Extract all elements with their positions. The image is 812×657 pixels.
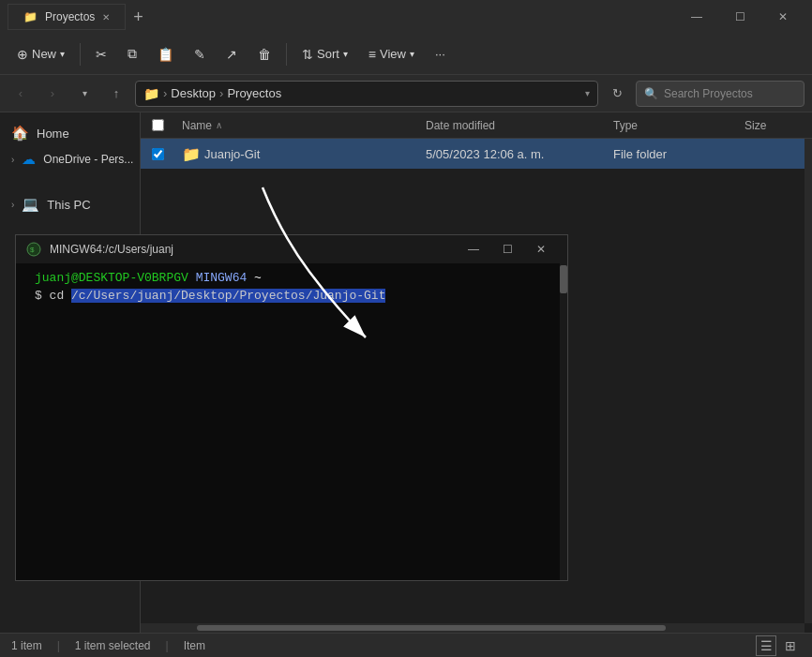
- grid-view-button[interactable]: ⊞: [780, 635, 801, 656]
- tab-title: Proyectos: [45, 10, 95, 23]
- terminal-controls: — ☐ ✕: [457, 236, 558, 262]
- terminal-cd-cmd: cd: [50, 289, 71, 303]
- terminal-dollar: $: [35, 289, 50, 303]
- separator-2: [286, 43, 287, 66]
- row-date-cell: 5/05/2023 12:06 a. m.: [418, 147, 606, 161]
- sidebar-label-home: Home: [37, 127, 69, 141]
- col-date-header[interactable]: Date modified: [418, 119, 606, 132]
- row-name: Juanjo-Git: [204, 147, 260, 161]
- search-placeholder: Search Proyectos: [664, 87, 753, 100]
- address-dropdown-icon[interactable]: ▾: [585, 88, 590, 98]
- terminal-prompt-line: juanj@DESKTOP-V0BRPGV MINGW64 ~: [35, 271, 560, 285]
- search-box[interactable]: 🔍 Search Proyectos: [636, 81, 804, 107]
- terminal-user: juanj@DESKTOP-V0BRPGV: [35, 271, 188, 285]
- horizontal-scrollbar[interactable]: [141, 623, 804, 633]
- new-icon: ⊕: [17, 47, 28, 62]
- delete-button[interactable]: 🗑: [248, 43, 280, 66]
- item-count: 1 item: [11, 639, 42, 652]
- sort-button[interactable]: ⇅ Sort ▾: [293, 43, 357, 66]
- row-check: [141, 148, 174, 160]
- terminal-scrollbar[interactable]: [560, 263, 567, 580]
- more-icon: ···: [435, 47, 445, 61]
- address-bar[interactable]: 📁 › Desktop › Proyectos ▾: [135, 81, 598, 107]
- table-row[interactable]: 📁 Juanjo-Git 5/05/2023 12:06 a. m. File …: [141, 139, 812, 169]
- new-dropdown-icon: ▾: [60, 49, 65, 59]
- file-list-header: Name ∧ Date modified Type Size: [141, 112, 812, 139]
- sidebar-item-home[interactable]: 🏠 Home: [0, 120, 140, 146]
- col-check: [141, 119, 174, 131]
- refresh-button[interactable]: ↻: [604, 81, 630, 107]
- explorer-tab[interactable]: 📁 Proyectos ✕: [8, 4, 126, 30]
- col-size-header[interactable]: Size: [737, 119, 812, 132]
- status-bar: 1 item | 1 item selected | Item ☰ ⊞: [0, 633, 812, 657]
- breadcrumb-sep-2: ›: [219, 86, 223, 100]
- view-label: View: [380, 47, 406, 61]
- new-button[interactable]: ⊕ New ▾: [8, 43, 74, 66]
- breadcrumb-desktop: Desktop: [171, 86, 216, 100]
- terminal-close-button[interactable]: ✕: [524, 236, 558, 262]
- sort-label: Sort: [317, 47, 339, 61]
- selected-text: 1 item selected: [75, 639, 151, 652]
- cut-button[interactable]: ✂: [86, 43, 116, 66]
- status-sep-2: |: [166, 639, 169, 652]
- col-name-header[interactable]: Name ∧: [174, 119, 418, 132]
- share-icon: ↗: [226, 47, 237, 62]
- home-icon: 🏠: [11, 125, 29, 142]
- breadcrumb-proyectos: Proyectos: [227, 86, 281, 100]
- paste-button[interactable]: 📋: [148, 43, 183, 66]
- onedrive-icon: ☁: [22, 151, 36, 168]
- rename-button[interactable]: ✎: [185, 43, 215, 66]
- separator-1: [80, 43, 81, 66]
- terminal-title: MINGW64:/c/Users/juanj: [50, 243, 449, 256]
- sidebar-item-thispc[interactable]: › 💻 This PC: [0, 191, 140, 217]
- toolbar: ⊕ New ▾ ✂ ⧉ 📋 ✎ ↗ 🗑 ⇅ Sort ▾ ≡ View ▾ ··…: [0, 34, 812, 75]
- sidebar-item-onedrive[interactable]: › ☁ OneDrive - Pers...: [0, 146, 140, 172]
- tab-area: 📁 Proyectos ✕ +: [8, 4, 151, 30]
- row-name-cell: 📁 Juanjo-Git: [174, 145, 418, 163]
- svg-text:$: $: [30, 246, 35, 254]
- col-type-header[interactable]: Type: [606, 119, 737, 132]
- row-date: 5/05/2023 12:06 a. m.: [426, 147, 544, 161]
- breadcrumb-sep-1: ›: [163, 86, 167, 100]
- view-dropdown-icon: ▾: [410, 49, 414, 59]
- tab-close-button[interactable]: ✕: [102, 12, 110, 22]
- close-button[interactable]: ✕: [761, 0, 804, 34]
- list-view-button[interactable]: ☰: [756, 635, 776, 656]
- vertical-scrollbar[interactable]: [804, 139, 812, 623]
- terminal-titlebar: $ MINGW64:/c/Users/juanj — ☐ ✕: [16, 235, 567, 263]
- terminal-window: $ MINGW64:/c/Users/juanj — ☐ ✕ › juanj@D…: [15, 234, 568, 581]
- history-dropdown-button[interactable]: ▾: [71, 81, 98, 107]
- terminal-icon: $: [25, 241, 42, 258]
- view-icon: ≡: [368, 47, 376, 62]
- terminal-body[interactable]: juanj@DESKTOP-V0BRPGV MINGW64 ~ $ cd /c/…: [16, 263, 567, 580]
- title-bar: 📁 Proyectos ✕ + — ☐ ✕: [0, 0, 812, 34]
- more-button[interactable]: ···: [426, 43, 455, 65]
- terminal-path: /c/Users/juanj/Desktop/Proyectos/Juanjo-…: [71, 289, 385, 303]
- maximize-button[interactable]: ☐: [718, 0, 761, 34]
- terminal-minimize-button[interactable]: —: [457, 236, 490, 262]
- h-scroll-thumb: [197, 625, 666, 631]
- sidebar-label-thispc: This PC: [47, 198, 90, 212]
- cut-icon: ✂: [96, 47, 107, 62]
- row-checkbox[interactable]: [152, 148, 164, 160]
- sort-dropdown-icon: ▾: [343, 49, 348, 59]
- select-all-checkbox[interactable]: [152, 119, 164, 131]
- share-button[interactable]: ↗: [217, 43, 247, 66]
- minimize-button[interactable]: —: [675, 0, 718, 34]
- terminal-path-tag: MINGW64: [196, 271, 248, 285]
- terminal-tilde: ~: [254, 271, 262, 285]
- date-col-label: Date modified: [426, 119, 495, 132]
- thispc-expand-icon: ›: [11, 200, 14, 210]
- forward-button[interactable]: ›: [39, 81, 66, 107]
- sort-icon: ⇅: [302, 47, 313, 62]
- copy-button[interactable]: ⧉: [118, 42, 146, 66]
- view-button[interactable]: ≡ View ▾: [359, 43, 424, 66]
- terminal-scrollbar-thumb: [560, 265, 567, 293]
- new-tab-button[interactable]: +: [126, 7, 151, 27]
- name-sort-icon: ∧: [216, 120, 222, 130]
- name-col-label: Name: [182, 119, 212, 132]
- status-sep-1: |: [57, 639, 60, 652]
- up-button[interactable]: ↑: [103, 81, 129, 107]
- back-button[interactable]: ‹: [8, 81, 34, 107]
- terminal-maximize-button[interactable]: ☐: [490, 236, 524, 262]
